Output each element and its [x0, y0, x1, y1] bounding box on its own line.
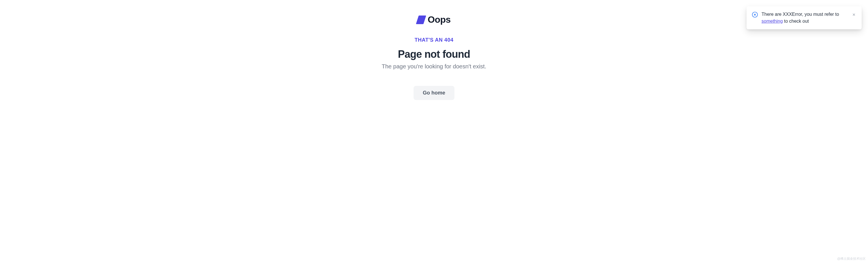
error-circle-icon: [752, 11, 758, 18]
notification-message: There are XXXError, you must refer to so…: [762, 11, 848, 25]
notification-text-before: There are XXXError, you must refer to: [762, 12, 839, 17]
error-page: Oops THAT'S AN 404 Page not found The pa…: [0, 0, 868, 100]
brand-logo-icon: [416, 15, 426, 24]
notification-text-after: to check out: [783, 19, 809, 24]
error-code-label: THAT'S AN 404: [415, 37, 454, 43]
page-title: Page not found: [398, 48, 470, 60]
close-icon[interactable]: [851, 12, 857, 17]
watermark: @稀土掘金技术社区: [837, 257, 866, 261]
error-notification: There are XXXError, you must refer to so…: [747, 6, 862, 29]
notification-link[interactable]: something: [762, 19, 783, 24]
brand-row: Oops: [417, 14, 451, 25]
page-subtitle: The page you're looking for doesn't exis…: [382, 63, 486, 70]
brand-name: Oops: [428, 14, 451, 25]
go-home-button[interactable]: Go home: [413, 86, 455, 100]
